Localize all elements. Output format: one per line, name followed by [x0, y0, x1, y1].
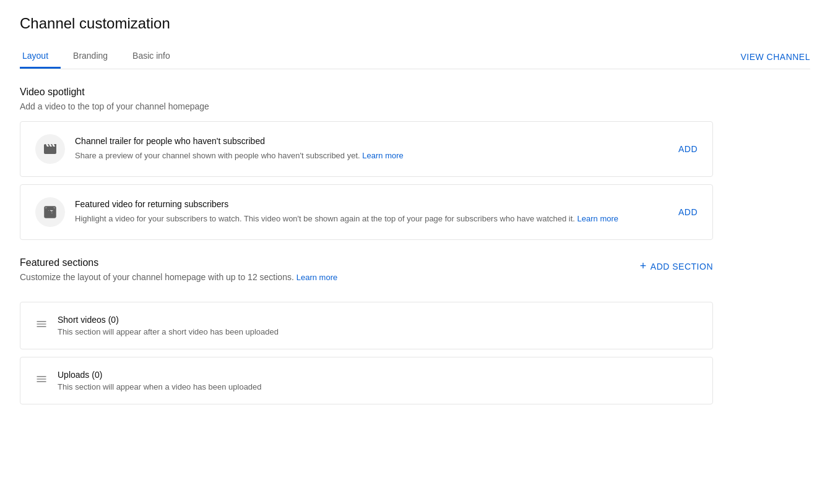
- short-videos-title: Short videos (0): [58, 315, 279, 325]
- featured-video-content: Featured video for returning subscribers…: [75, 199, 668, 225]
- drag-handle-icon[interactable]: [35, 318, 48, 333]
- short-videos-content: Short videos (0) This section will appea…: [58, 315, 279, 336]
- short-videos-desc: This section will appear after a short v…: [58, 327, 279, 336]
- channel-trailer-desc: Share a preview of your channel shown wi…: [75, 150, 668, 162]
- featured-sections-desc: Customize the layout of your channel hom…: [20, 272, 337, 282]
- featured-video-title: Featured video for returning subscribers: [75, 199, 668, 209]
- tab-layout[interactable]: Layout: [20, 45, 61, 69]
- featured-sections-header: Featured sections Customize the layout o…: [20, 257, 713, 292]
- channel-trailer-card: Channel trailer for people who haven't s…: [20, 121, 713, 177]
- short-videos-section-card: Short videos (0) This section will appea…: [20, 302, 713, 349]
- page-title: Channel customization: [20, 15, 810, 32]
- view-channel-button[interactable]: VIEW CHANNEL: [740, 52, 810, 62]
- plus-icon: +: [640, 260, 647, 273]
- featured-sections-learn-more[interactable]: Learn more: [296, 273, 337, 282]
- tab-basic-info[interactable]: Basic info: [120, 45, 183, 69]
- add-section-label: ADD SECTION: [651, 262, 713, 271]
- tabs-nav: Layout Branding Basic info: [20, 45, 183, 69]
- featured-video-learn-more[interactable]: Learn more: [577, 214, 618, 223]
- channel-trailer-add-button[interactable]: ADD: [678, 144, 698, 154]
- featured-sections-section: Featured sections Customize the layout o…: [20, 257, 713, 404]
- main-content: Video spotlight Add a video to the top o…: [20, 87, 713, 404]
- channel-trailer-title: Channel trailer for people who haven't s…: [75, 136, 668, 146]
- uploads-desc: This section will appear when a video ha…: [58, 382, 262, 391]
- featured-video-card: Featured video for returning subscribers…: [20, 184, 713, 240]
- video-spotlight-desc: Add a video to the top of your channel h…: [20, 101, 713, 111]
- tab-branding[interactable]: Branding: [61, 45, 120, 69]
- channel-trailer-content: Channel trailer for people who haven't s…: [75, 136, 668, 162]
- top-bar: Layout Branding Basic info VIEW CHANNEL: [20, 45, 810, 69]
- drag-handle-icon-2[interactable]: [35, 373, 48, 388]
- channel-trailer-icon: [35, 134, 65, 164]
- add-section-button[interactable]: + ADD SECTION: [640, 260, 713, 273]
- featured-video-icon: [35, 197, 65, 227]
- featured-sections-title: Featured sections: [20, 257, 337, 268]
- channel-trailer-learn-more[interactable]: Learn more: [362, 151, 403, 160]
- featured-video-add-button[interactable]: ADD: [678, 207, 698, 217]
- video-spotlight-title: Video spotlight: [20, 87, 713, 98]
- uploads-title: Uploads (0): [58, 370, 262, 380]
- uploads-section-card: Uploads (0) This section will appear whe…: [20, 357, 713, 404]
- featured-video-desc: Highlight a video for your subscribers t…: [75, 213, 668, 225]
- uploads-content: Uploads (0) This section will appear whe…: [58, 370, 262, 391]
- video-spotlight-section: Video spotlight Add a video to the top o…: [20, 87, 713, 240]
